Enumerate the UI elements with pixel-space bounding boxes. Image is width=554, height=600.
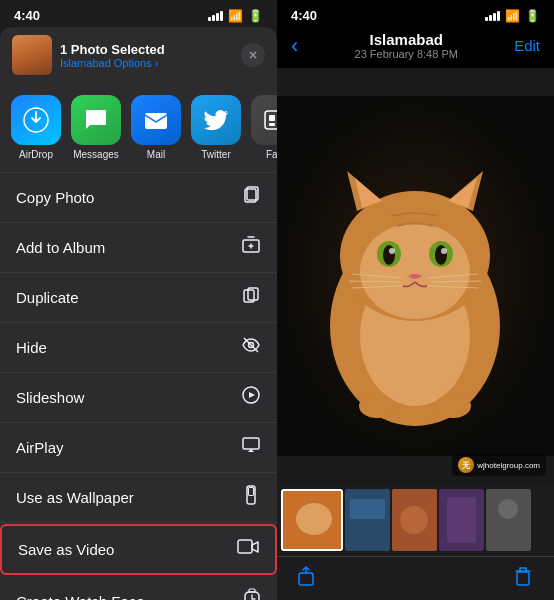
use-as-wallpaper-item[interactable]: Use as Wallpaper [0,473,277,523]
wifi-icon: 📶 [228,9,243,23]
main-photo-container: 无 wjhotelgroup.com [277,68,554,484]
thumbnail-5[interactable] [486,489,531,551]
svg-point-48 [435,394,471,418]
back-button[interactable]: ‹ [291,33,298,59]
use-as-wallpaper-label: Use as Wallpaper [16,489,134,506]
more-label: Fa... [266,149,277,160]
save-as-video-label: Save as Video [18,541,114,558]
hide-item[interactable]: Hide [0,323,277,373]
battery-icon: 🔋 [248,9,263,23]
more-apps-icon [251,95,277,145]
signal-icon [208,11,223,21]
share-subtitle: Islamabad Options › [60,57,233,69]
svg-point-54 [400,506,428,534]
save-as-video-icon [237,538,259,561]
thumbnail-2[interactable] [345,489,390,551]
more-share-item[interactable]: Fa... [250,95,277,160]
svg-rect-56 [447,497,476,543]
app-icons-row: AirDrop Messages Mail Twitter Fa... [0,83,277,173]
svg-rect-59 [299,573,313,585]
right-status-icons: 📶 🔋 [485,9,540,23]
svg-point-40 [441,248,447,254]
thumbnail-4[interactable] [439,489,484,551]
watermark-logo: 无 [458,457,474,473]
share-menu-list: Copy Photo Add to Album Duplicate Hide S… [0,173,277,600]
twitter-icon [191,95,241,145]
save-as-video-item[interactable]: Save as Video [0,524,277,575]
airplay-label: AirPlay [16,439,64,456]
right-signal-icon [485,11,500,21]
share-thumbnail [12,35,52,75]
share-header: 1 Photo Selected Islamabad Options › × [0,27,277,83]
right-wifi-icon: 📶 [505,9,520,23]
slideshow-icon [241,385,261,410]
nav-title-block: Islamabad 23 February 8:48 PM [355,31,458,60]
left-time: 4:40 [14,8,40,23]
airdrop-icon [11,95,61,145]
share-close-button[interactable]: × [241,43,265,67]
watermark: 无 wjhotelgroup.com [452,454,546,476]
mail-share-item[interactable]: Mail [130,95,182,160]
add-to-album-icon [241,235,261,260]
copy-photo-item[interactable]: Copy Photo [0,173,277,223]
watermark-text: wjhotelgroup.com [477,461,540,470]
svg-point-47 [359,394,395,418]
right-status-bar: 4:40 📶 🔋 [277,0,554,27]
airdrop-share-item[interactable]: AirDrop [10,95,62,160]
share-title: 1 Photo Selected [60,42,233,57]
cat-photo-svg [277,68,554,484]
thumbnail-3[interactable] [392,489,437,551]
add-to-album-item[interactable]: Add to Album [0,223,277,273]
duplicate-label: Duplicate [16,289,79,306]
mail-icon [131,95,181,145]
twitter-label: Twitter [201,149,230,160]
messages-label: Messages [73,149,119,160]
svg-rect-52 [350,499,385,519]
svg-point-50 [296,503,332,535]
svg-rect-16 [249,488,254,496]
svg-point-37 [383,245,395,265]
svg-rect-3 [269,115,275,121]
svg-point-34 [360,223,470,319]
hide-label: Hide [16,339,47,356]
nav-bar: ‹ Islamabad 23 February 8:48 PM Edit [277,27,554,68]
share-toolbar-button[interactable] [297,565,319,592]
svg-point-39 [389,248,395,254]
messages-share-item[interactable]: Messages [70,95,122,160]
airplay-item[interactable]: AirPlay [0,423,277,473]
edit-button[interactable]: Edit [514,37,540,54]
thumbnail-1[interactable] [281,489,343,551]
svg-rect-57 [486,489,531,551]
duplicate-icon [241,285,261,310]
slideshow-item[interactable]: Slideshow [0,373,277,423]
twitter-share-item[interactable]: Twitter [190,95,242,160]
svg-rect-19 [249,589,255,592]
share-info: 1 Photo Selected Islamabad Options › [52,42,241,69]
copy-photo-icon [241,185,261,210]
add-to-album-label: Add to Album [16,239,105,256]
nav-city: Islamabad [355,31,458,48]
svg-point-38 [435,245,447,265]
svg-rect-5 [269,123,275,126]
delete-toolbar-button[interactable] [512,565,534,592]
create-watch-face-item[interactable]: Create Watch Face [0,576,277,600]
duplicate-item[interactable]: Duplicate [0,273,277,323]
thumbnail-strip [277,484,554,556]
left-status-bar: 4:40 📶 🔋 [0,0,277,27]
svg-rect-60 [517,572,529,585]
nav-date: 23 February 8:48 PM [355,48,458,60]
svg-rect-51 [345,489,390,551]
right-panel: 4:40 📶 🔋 ‹ Islamabad 23 February 8:48 PM… [277,0,554,600]
hide-icon [241,335,261,360]
svg-rect-14 [243,438,259,449]
copy-photo-label: Copy Photo [16,189,94,206]
create-watch-face-icon [243,588,261,600]
svg-rect-1 [145,113,167,129]
right-battery-icon: 🔋 [525,9,540,23]
messages-icon [71,95,121,145]
use-as-wallpaper-icon [241,485,261,510]
slideshow-label: Slideshow [16,389,84,406]
airplay-icon [241,435,261,460]
right-time: 4:40 [291,8,317,23]
airdrop-label: AirDrop [19,149,53,160]
